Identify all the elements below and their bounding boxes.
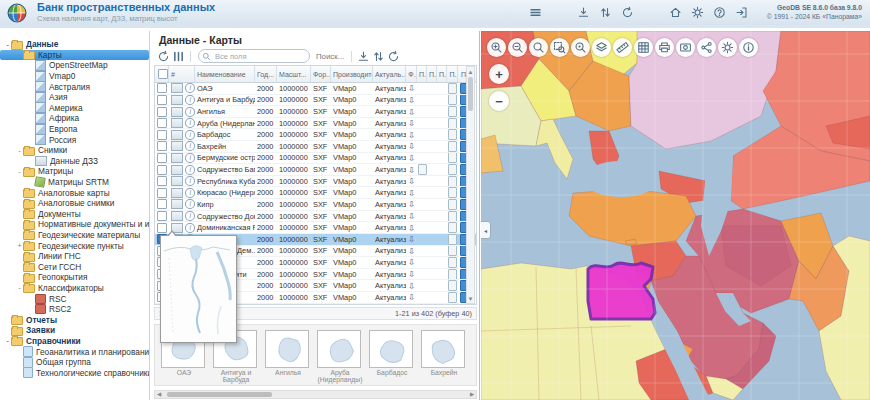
info-icon[interactable]: i [185, 141, 195, 151]
sort-button[interactable] [371, 49, 386, 63]
map-measure-button[interactable] [613, 38, 632, 57]
table-vertical-scrollbar[interactable]: ▲ ▼ [466, 66, 475, 304]
tree-item-общая-группа[interactable]: Общая группа [0, 357, 149, 368]
row-checkbox[interactable] [157, 107, 167, 117]
download-icon[interactable]: ⇩ [408, 96, 415, 104]
map-zoom-full-button[interactable] [571, 38, 590, 57]
info-icon[interactable]: i [185, 95, 195, 105]
map-settings-button[interactable] [718, 38, 737, 57]
tree-expander-icon[interactable]: - [16, 283, 23, 292]
tree-item-россия[interactable]: Россия [0, 134, 149, 145]
tree-item-матрицы[interactable]: -Матрицы [0, 166, 149, 177]
map-view[interactable]: + − ◂ [481, 31, 870, 400]
hscroll-thumb[interactable] [167, 392, 272, 397]
row-checkbox[interactable] [157, 118, 167, 128]
map-share-button[interactable] [697, 38, 716, 57]
settings-icon[interactable] [689, 4, 707, 22]
preview-icon[interactable] [171, 153, 183, 163]
document-icon[interactable] [448, 83, 457, 94]
tree-item-данные[interactable]: -Данные [0, 39, 149, 50]
tree-item-африка[interactable]: Африка [0, 113, 149, 124]
menu-icon[interactable] [527, 4, 545, 22]
help-icon[interactable] [711, 4, 729, 22]
table-row[interactable]: iРеспублика Куба20001000000SXFVMap0Актуа… [155, 176, 476, 188]
download-icon[interactable]: ⇩ [408, 189, 415, 197]
map-zoom-in-button[interactable] [487, 38, 506, 57]
map-zoom-out-button[interactable]: − [489, 91, 509, 111]
selected-country-egypt[interactable] [588, 263, 655, 319]
document-icon[interactable] [448, 246, 457, 257]
tree-expander-icon[interactable]: - [16, 146, 23, 155]
refresh-button[interactable] [156, 49, 171, 63]
column-header[interactable]: П. [427, 66, 437, 82]
download-icon[interactable]: ⇩ [408, 258, 415, 266]
info-icon[interactable]: i [185, 130, 195, 140]
search-button[interactable]: Поиск... [316, 52, 344, 61]
document-icon[interactable] [448, 280, 457, 291]
tree-item-матрицы-srtm[interactable]: Матрицы SRTM [0, 177, 149, 188]
document-icon[interactable] [448, 141, 457, 152]
document-icon[interactable] [448, 176, 457, 187]
document-icon[interactable] [448, 257, 457, 268]
preview-icon[interactable] [171, 176, 183, 186]
table-row[interactable]: iСодружество Багам...20001000000SXFVMap0… [155, 164, 476, 176]
row-checkbox[interactable] [157, 165, 167, 175]
info-icon[interactable]: i [185, 83, 195, 93]
info-icon[interactable]: i [185, 153, 195, 163]
column-header[interactable]: П. [447, 66, 458, 82]
column-header[interactable]: Масшт... [277, 66, 311, 82]
tree-item-аналоговые-карты[interactable]: Аналоговые карты [0, 187, 149, 198]
row-checkbox[interactable] [157, 211, 167, 221]
tree-item-линии-гнс[interactable]: Линии ГНС [0, 251, 149, 262]
download-icon[interactable]: ⇩ [408, 282, 415, 290]
map-grid-button[interactable] [634, 38, 653, 57]
preview-icon[interactable] [171, 188, 183, 198]
map-info-button[interactable] [739, 38, 758, 57]
map-print-button[interactable] [655, 38, 674, 57]
scroll-right-arrow-icon[interactable]: ▶ [468, 391, 476, 398]
tree-item-геодезические-материалы[interactable]: Геодезические материалы [0, 230, 149, 241]
document-icon[interactable] [448, 153, 457, 164]
column-header[interactable]: П. [417, 66, 427, 82]
tree-item-геоаналитика-и-планирование[interactable]: Геоаналитика и планирование [0, 346, 149, 357]
home-icon[interactable] [667, 4, 685, 22]
info-icon[interactable]: i [185, 176, 195, 186]
table-row[interactable]: iБермудские остров...20001000000SXFVMap0… [155, 153, 476, 165]
tree-item-аналоговые-снимки[interactable]: Аналоговые снимки [0, 198, 149, 209]
download-icon[interactable]: ⇩ [408, 119, 415, 127]
tree-item-данные-дзз[interactable]: Данные ДЗЗ [0, 156, 149, 167]
document-icon[interactable] [448, 118, 457, 129]
download-icon[interactable]: ⇩ [408, 224, 415, 232]
tree-expander-icon[interactable]: - [4, 40, 11, 49]
row-checkbox[interactable] [157, 95, 167, 105]
scroll-thumb[interactable] [468, 77, 473, 111]
map-layers-button[interactable] [592, 38, 611, 57]
table-row[interactable]: iКюрасао (Нидерла...20001000000SXFVMap0А… [155, 187, 476, 199]
tree-item-rsc2[interactable]: RSC2 [0, 304, 149, 315]
preview-icon[interactable] [171, 107, 183, 117]
panel-collapse-handle[interactable]: ◂ [481, 221, 491, 239]
map-zoom-select-button[interactable] [550, 38, 569, 57]
document-icon[interactable] [448, 129, 457, 140]
thumbnail-card[interactable]: Барбадос [369, 330, 415, 385]
tree-item-справочники[interactable]: -Справочники [0, 336, 149, 347]
column-header[interactable]: Наименование [195, 66, 255, 82]
tree-item-австралия[interactable]: Австралия [0, 81, 149, 92]
select-all-checkbox[interactable] [158, 69, 168, 79]
download-icon[interactable]: ⇩ [408, 142, 415, 150]
row-checkbox[interactable] [157, 153, 167, 163]
tree-item-openstreetmap[interactable]: OpenStreetMap [0, 60, 149, 71]
info-icon[interactable]: i [185, 211, 195, 221]
info-icon[interactable]: i [185, 223, 195, 233]
thumbnail-scrollbar[interactable]: ◀ ▶ [154, 390, 477, 399]
row-checkbox[interactable] [157, 141, 167, 151]
download-icon[interactable]: ⇩ [408, 131, 415, 139]
table-row[interactable]: iАнгилья20001000000SXFVMap0Актуализ...⇩ [155, 106, 476, 118]
table-row[interactable]: iАнтигуа и Барбуда20001000000SXFVMap0Акт… [155, 95, 476, 107]
info-icon[interactable]: i [185, 199, 195, 209]
download-icon[interactable]: ⇩ [408, 84, 415, 92]
scroll-up-arrow-icon[interactable]: ▲ [467, 67, 474, 76]
reload-button[interactable] [386, 49, 401, 63]
info-icon[interactable]: i [185, 165, 195, 175]
tree-item-снимки[interactable]: -Снимки [0, 145, 149, 156]
